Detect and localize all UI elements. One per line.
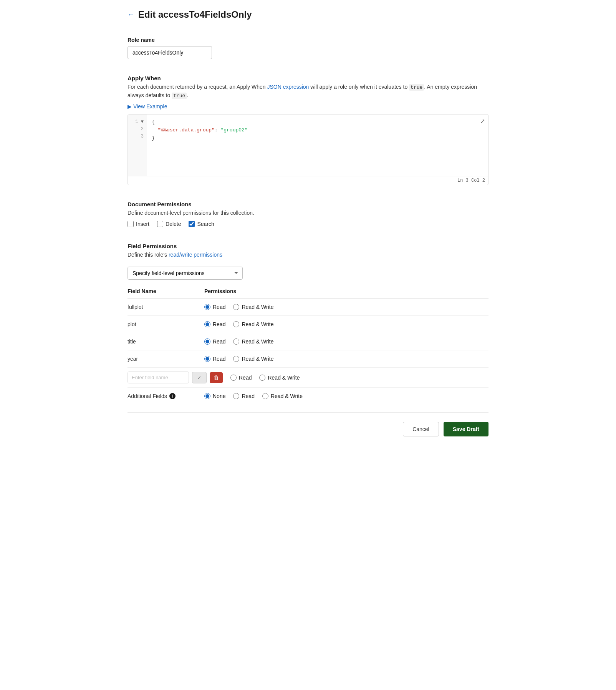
year-read-radio[interactable]	[204, 356, 210, 362]
delete-field-button[interactable]: 🗑	[210, 372, 223, 383]
field-name-fullplot: fullplot	[128, 304, 204, 310]
doc-perm-desc: Define document-level permissions for th…	[128, 209, 488, 217]
code-content: { "%%user.data.group": "group02" }	[147, 114, 488, 176]
page-title: Edit accessTo4FieldsOnly	[138, 9, 252, 20]
additional-fields-label: Additional Fields i	[128, 393, 204, 399]
insert-checkbox[interactable]	[128, 221, 134, 227]
true-code-2: true	[172, 93, 187, 99]
doc-perm-title: Document Permissions	[128, 201, 488, 207]
apply-when-description: For each document returned by a request,…	[128, 83, 488, 100]
field-row-year: year Read Read & Write	[128, 350, 488, 368]
additional-read-option[interactable]: Read	[233, 393, 254, 399]
col-name-header: Field Name	[128, 288, 204, 294]
true-code-1: true	[409, 84, 424, 91]
role-name-input[interactable]	[128, 46, 212, 59]
checkbox-insert[interactable]: Insert	[128, 221, 149, 227]
chevron-right-icon: ▶	[128, 103, 132, 109]
fullplot-readwrite-label: Read & Write	[242, 304, 273, 310]
fullplot-read-label: Read	[213, 304, 225, 310]
field-row-fullplot: fullplot Read Read & Write	[128, 299, 488, 316]
additional-read-label: Read	[242, 393, 254, 399]
back-button[interactable]: ←	[128, 11, 134, 19]
fields-header: Field Name Permissions	[128, 286, 488, 299]
delete-checkbox[interactable]	[157, 221, 163, 227]
json-expression-link[interactable]: JSON expression	[267, 84, 309, 90]
additional-readwrite-radio[interactable]	[262, 393, 268, 399]
plot-readwrite-radio[interactable]	[233, 321, 239, 327]
field-name-plot: plot	[128, 321, 204, 327]
new-field-readwrite-label: Read & Write	[268, 375, 300, 381]
field-perm-title: Field Permissions	[128, 243, 488, 249]
plot-readwrite-option[interactable]: Read & Write	[233, 321, 273, 327]
additional-none-option[interactable]: None	[204, 393, 225, 399]
role-name-section: Role name	[128, 29, 488, 67]
additional-readwrite-label: Read & Write	[271, 393, 303, 399]
line-numbers: 1 ▼ 2 3	[128, 114, 147, 176]
checkbox-delete[interactable]: Delete	[157, 221, 181, 227]
confirm-field-button[interactable]: ✓	[192, 372, 207, 383]
insert-label: Insert	[136, 221, 149, 227]
field-permissions-dropdown[interactable]: Specify field-level permissions	[128, 267, 243, 280]
apply-when-title: Apply When	[128, 75, 488, 81]
title-readwrite-label: Read & Write	[242, 338, 273, 345]
desc-text-2: will apply a role only when it evaluates…	[309, 84, 409, 90]
new-field-readwrite-option[interactable]: Read & Write	[259, 375, 300, 381]
save-draft-button[interactable]: Save Draft	[444, 422, 488, 436]
title-readwrite-option[interactable]: Read & Write	[233, 338, 273, 345]
fullplot-read-radio[interactable]	[204, 304, 210, 310]
radio-group-fullplot: Read Read & Write	[204, 304, 273, 310]
plot-read-option[interactable]: Read	[204, 321, 225, 327]
year-read-option[interactable]: Read	[204, 356, 225, 362]
title-readwrite-radio[interactable]	[233, 338, 239, 345]
back-header: ← Edit accessTo4FieldsOnly	[128, 9, 488, 20]
field-name-year: year	[128, 356, 204, 362]
additional-readwrite-option[interactable]: Read & Write	[262, 393, 303, 399]
plot-read-label: Read	[213, 321, 225, 327]
additional-fields-row: Additional Fields i None Read Read & Wri…	[128, 388, 488, 405]
year-readwrite-option[interactable]: Read & Write	[233, 356, 273, 362]
field-perm-text-1: Define this role's	[128, 252, 169, 258]
field-row-title: title Read Read & Write	[128, 333, 488, 350]
additional-fields-text: Additional Fields	[128, 393, 167, 399]
fullplot-readwrite-radio[interactable]	[233, 304, 239, 310]
search-label: Search	[197, 221, 214, 227]
year-readwrite-label: Read & Write	[242, 356, 273, 362]
title-read-radio[interactable]	[204, 338, 210, 345]
field-perm-desc: Define this role's read/write permission…	[128, 251, 488, 259]
fullplot-readwrite-option[interactable]: Read & Write	[233, 304, 273, 310]
desc-text-4: .	[187, 92, 188, 98]
title-read-option[interactable]: Read	[204, 338, 225, 345]
additional-read-radio[interactable]	[233, 393, 239, 399]
title-read-label: Read	[213, 338, 225, 345]
code-editor[interactable]: 1 ▼ 2 3 { "%%user.data.group": "group02"…	[128, 114, 488, 185]
line-3-num: 3	[131, 133, 144, 140]
new-field-read-label: Read	[239, 375, 252, 381]
additional-fields-radio-group: None Read Read & Write	[204, 393, 303, 399]
fullplot-read-option[interactable]: Read	[204, 304, 225, 310]
year-readwrite-radio[interactable]	[233, 356, 239, 362]
plot-read-radio[interactable]	[204, 321, 210, 327]
search-checkbox[interactable]	[189, 221, 195, 227]
additional-none-radio[interactable]	[204, 393, 210, 399]
expand-icon[interactable]: ⤢	[480, 118, 485, 125]
document-permissions-section: Document Permissions Define document-lev…	[128, 193, 488, 235]
editor-status: Ln 3 Col 2	[128, 176, 488, 185]
view-example-button[interactable]: ▶ View Example	[128, 103, 167, 109]
radio-group-title: Read Read & Write	[204, 338, 273, 345]
new-field-readwrite-radio[interactable]	[259, 375, 265, 381]
checkbox-row: Insert Delete Search	[128, 221, 488, 227]
info-icon[interactable]: i	[169, 393, 176, 399]
new-field-read-radio[interactable]	[230, 375, 237, 381]
role-name-label: Role name	[128, 37, 488, 43]
field-permissions-section: Field Permissions Define this role's rea…	[128, 235, 488, 413]
year-read-label: Read	[213, 356, 225, 362]
line-2-num: 2	[131, 126, 144, 133]
new-field-name-input[interactable]	[128, 372, 189, 383]
cancel-button[interactable]: Cancel	[403, 422, 439, 436]
new-field-read-option[interactable]: Read	[230, 375, 252, 381]
radio-group-year: Read Read & Write	[204, 356, 273, 362]
plot-readwrite-label: Read & Write	[242, 321, 273, 327]
read-write-link[interactable]: read/write permissions	[169, 252, 222, 258]
col-perm-header: Permissions	[204, 288, 236, 294]
checkbox-search[interactable]: Search	[189, 221, 214, 227]
